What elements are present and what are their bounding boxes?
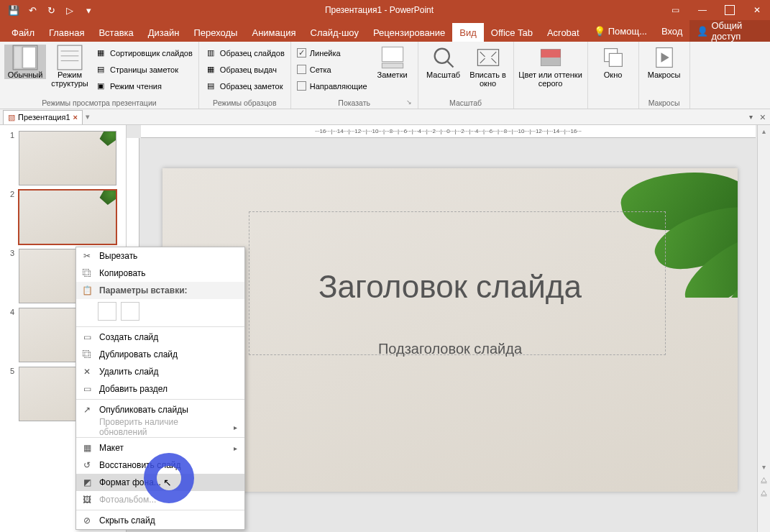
redo-button[interactable]: ↻ bbox=[43, 2, 59, 18]
show-launcher-icon[interactable]: ↘ bbox=[406, 98, 412, 106]
notes-pane-button[interactable]: Заметки bbox=[372, 45, 413, 79]
ribbon-options-button[interactable]: ▭ bbox=[662, 0, 688, 20]
sorter-icon: ▦ bbox=[95, 47, 106, 59]
tab-home[interactable]: Главная bbox=[42, 23, 91, 42]
undo-button[interactable]: ↶ bbox=[24, 2, 40, 18]
tab-transitions[interactable]: Переходы bbox=[186, 23, 244, 42]
title-bar: 💾 ↶ ↻ ▷ ▾ Презентация1 - PowerPoint ▭ — … bbox=[0, 0, 770, 20]
tab-scroll-button[interactable]: ▾ bbox=[749, 113, 753, 121]
close-all-tabs-button[interactable]: × bbox=[760, 111, 766, 123]
slide-subtitle-text[interactable]: Подзаголовок слайда bbox=[162, 341, 738, 357]
cm-check-updates: Проверить наличие обновлений▸ bbox=[76, 418, 244, 436]
cm-paste-picture[interactable] bbox=[121, 302, 139, 321]
cm-duplicate-slide[interactable]: ⿻Дублировать слайд bbox=[76, 346, 244, 363]
notes-page-icon: ▤ bbox=[95, 64, 106, 75]
svg-rect-14 bbox=[541, 58, 560, 65]
slide-canvas[interactable]: Заголовок слайда Подзаголовок слайда bbox=[162, 168, 738, 492]
cursor-icon: ↖ bbox=[163, 477, 172, 488]
minimize-button[interactable]: — bbox=[689, 0, 715, 20]
group-window: Окно bbox=[588, 42, 639, 109]
ruler-checkbox[interactable]: ✓ bbox=[297, 48, 306, 58]
cm-hide-slide[interactable]: ⊘Скрыть слайд bbox=[76, 512, 244, 529]
clipboard-icon: 📋 bbox=[81, 284, 93, 297]
svg-rect-11 bbox=[477, 50, 498, 66]
share-button[interactable]: 👤Общий доступ bbox=[689, 20, 770, 42]
close-doc-tab-button[interactable]: × bbox=[73, 113, 78, 121]
publish-icon: ↗ bbox=[81, 403, 93, 416]
fit-icon bbox=[475, 46, 501, 69]
cm-format-background[interactable]: ◩Формат фона... bbox=[76, 474, 244, 491]
cm-new-slide[interactable]: ▭Создать слайд bbox=[76, 329, 244, 346]
new-slide-icon: ▭ bbox=[81, 331, 93, 344]
ruler-toggle[interactable]: ✓Линейка bbox=[295, 45, 369, 60]
cm-paste-options-header: 📋Параметры вставки: bbox=[76, 282, 244, 299]
ribbon-tabs: Файл Главная Вставка Дизайн Переходы Ани… bbox=[0, 20, 770, 42]
scroll-up-button[interactable]: ▴ bbox=[758, 125, 770, 138]
next-slide-button[interactable]: ⧋ bbox=[758, 487, 770, 500]
start-from-beginning-button[interactable]: ▷ bbox=[62, 2, 78, 18]
cm-copy[interactable]: ⿻Копировать bbox=[76, 265, 244, 282]
handout-master-icon: ▦ bbox=[205, 64, 216, 75]
vertical-scrollbar[interactable]: ▴ ▾ ⧋ ⧋ bbox=[757, 125, 770, 532]
tab-acrobat[interactable]: Acrobat bbox=[540, 23, 587, 42]
document-tab[interactable]: ▧ Презентация1 × bbox=[3, 110, 83, 124]
outline-view-button[interactable]: Режим структуры bbox=[49, 45, 91, 88]
guides-toggle[interactable]: Направляющие bbox=[295, 78, 369, 93]
notes-page-button[interactable]: ▤Страницы заметок bbox=[93, 62, 194, 77]
close-button[interactable]: ✕ bbox=[744, 0, 770, 20]
window-button[interactable]: Окно bbox=[592, 45, 634, 79]
slide-master-button[interactable]: ▥Образец слайдов bbox=[203, 45, 286, 60]
prev-slide-button[interactable]: ⧋ bbox=[758, 474, 770, 487]
reading-view-button[interactable]: ▣Режим чтения bbox=[93, 78, 194, 93]
cm-paste-options bbox=[76, 299, 244, 325]
grid-toggle[interactable]: Сетка bbox=[295, 62, 369, 77]
powerpoint-file-icon: ▧ bbox=[8, 113, 15, 122]
tab-view[interactable]: Вид bbox=[452, 23, 484, 42]
color-grayscale-button[interactable]: Цвет или оттенки серого bbox=[518, 45, 583, 88]
grid-checkbox[interactable] bbox=[297, 65, 306, 74]
save-button[interactable]: 💾 bbox=[6, 2, 22, 18]
maximize-button[interactable] bbox=[717, 0, 743, 20]
copy-icon: ⿻ bbox=[81, 267, 93, 280]
scissors-icon: ✂ bbox=[81, 249, 93, 262]
slide-title-text[interactable]: Заголовок слайда bbox=[162, 269, 738, 305]
normal-view-button[interactable]: Обычный bbox=[4, 45, 46, 79]
qat-more-button[interactable]: ▾ bbox=[81, 2, 96, 18]
cm-add-section[interactable]: ▭Добавить раздел bbox=[76, 380, 244, 398]
handout-master-button[interactable]: ▦Образец выдач bbox=[203, 62, 286, 77]
slide-sorter-button[interactable]: ▦Сортировщик слайдов bbox=[93, 45, 194, 60]
tab-design[interactable]: Дизайн bbox=[141, 23, 187, 42]
macros-button[interactable]: Макросы bbox=[643, 45, 685, 79]
zoom-button[interactable]: Масштаб bbox=[423, 45, 464, 79]
cm-layout[interactable]: ▦Макет▸ bbox=[76, 439, 244, 457]
cm-publish-slides[interactable]: ↗Опубликовать слайды bbox=[76, 401, 244, 418]
cm-paste-use-destination-theme[interactable] bbox=[98, 302, 116, 321]
svg-rect-3 bbox=[58, 45, 82, 70]
delete-icon: ✕ bbox=[81, 365, 93, 378]
ribbon: Обычный Режим структуры ▦Сортировщик сла… bbox=[0, 42, 770, 109]
notes-master-button[interactable]: ▤Образец заметок bbox=[203, 78, 286, 93]
tab-office-tab[interactable]: Office Tab bbox=[484, 23, 540, 42]
reading-icon: ▣ bbox=[95, 81, 106, 92]
sign-in-button[interactable]: Вход bbox=[654, 20, 689, 42]
tab-insert[interactable]: Вставка bbox=[91, 23, 140, 42]
slide-thumbnail-2[interactable]: 2 bbox=[0, 188, 126, 247]
outline-view-icon bbox=[57, 46, 83, 69]
cm-cut[interactable]: ✂Вырезать bbox=[76, 247, 244, 265]
slide-thumbnail-1[interactable]: 1 bbox=[0, 129, 126, 188]
tab-animations[interactable]: Анимация bbox=[244, 23, 303, 42]
new-tab-button[interactable]: ▾ bbox=[83, 112, 90, 121]
tell-me-button[interactable]: 💡Помощ... bbox=[587, 20, 654, 42]
scroll-down-button[interactable]: ▾ bbox=[758, 461, 770, 474]
horizontal-ruler[interactable]: ···16···|···14···|···12···|···10···|···8… bbox=[141, 125, 756, 138]
fit-to-window-button[interactable]: Вписать в окно bbox=[467, 45, 509, 88]
tab-file[interactable]: Файл bbox=[4, 23, 42, 42]
cm-delete-slide[interactable]: ✕Удалить слайд bbox=[76, 363, 244, 380]
group-label-masters: Режимы образцов bbox=[203, 97, 286, 107]
tab-review[interactable]: Рецензирование bbox=[366, 23, 452, 42]
context-menu: ✂Вырезать ⿻Копировать 📋Параметры вставки… bbox=[75, 247, 245, 530]
cm-reset-slide[interactable]: ↺Восстановить слайд bbox=[76, 457, 244, 474]
guides-checkbox[interactable] bbox=[297, 81, 306, 91]
person-icon: 👤 bbox=[697, 26, 708, 37]
tab-slideshow[interactable]: Слайд-шоу bbox=[303, 23, 366, 42]
